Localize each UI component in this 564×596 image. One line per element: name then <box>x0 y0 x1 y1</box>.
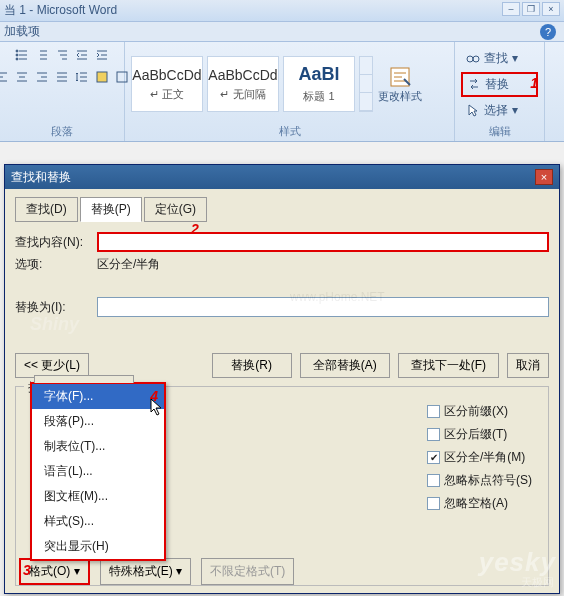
check-prefix[interactable]: 区分前缀(X) <box>427 403 532 420</box>
svg-rect-33 <box>97 72 107 82</box>
find-button[interactable]: 查找 ▾ <box>461 47 538 70</box>
tab-replace[interactable]: 替换(P) <box>80 197 142 222</box>
list-bullet-icon[interactable] <box>13 46 31 64</box>
dialog-close-button[interactable]: × <box>535 169 553 185</box>
annotation-3: 3 <box>23 562 31 578</box>
menu-connector <box>34 375 134 383</box>
restore-button[interactable]: ❐ <box>522 2 540 16</box>
menu-item-language[interactable]: 语言(L)... <box>32 459 164 484</box>
dialog-titlebar[interactable]: 查找和替换 × <box>5 165 559 189</box>
check-punct[interactable]: 忽略标点符号(S) <box>427 472 532 489</box>
style-heading1[interactable]: AaBl 标题 1 <box>283 56 355 112</box>
close-button[interactable]: × <box>542 2 560 16</box>
checkbox-column: 区分前缀(X) 区分后缀(T) ✔区分全/半角(M) 忽略标点符号(S) 忽略空… <box>427 403 532 512</box>
option-value: 区分全/半角 <box>97 256 160 273</box>
menu-item-highlight[interactable]: 突出显示(H) <box>32 534 164 559</box>
indent-increase-icon[interactable] <box>93 46 111 64</box>
menu-item-tabs[interactable]: 制表位(T)... <box>32 434 164 459</box>
cancel-button[interactable]: 取消 <box>507 353 549 378</box>
find-label: 查找内容(N): <box>15 234 91 251</box>
align-center-icon[interactable] <box>13 68 31 86</box>
minimize-button[interactable]: – <box>502 2 520 16</box>
menu-item-paragraph[interactable]: 段落(P)... <box>32 409 164 434</box>
dialog-tabs: 查找(D) 替换(P) 定位(G) <box>15 197 549 222</box>
cursor-icon <box>466 103 480 117</box>
svg-point-5 <box>16 58 18 60</box>
binoculars-icon <box>466 51 480 65</box>
check-space[interactable]: 忽略空格(A) <box>427 495 532 512</box>
help-icon[interactable]: ? <box>540 24 556 40</box>
replace-icon <box>467 77 481 91</box>
do-replace-button[interactable]: 替换(R) <box>212 353 292 378</box>
tab-find[interactable]: 查找(D) <box>15 197 78 222</box>
align-justify-icon[interactable] <box>53 68 71 86</box>
shading-icon[interactable] <box>93 68 111 86</box>
align-right-icon[interactable] <box>33 68 51 86</box>
menu-item-frame[interactable]: 图文框(M)... <box>32 484 164 509</box>
app-title: 当 1 - Microsoft Word <box>4 2 117 19</box>
list-multilevel-icon[interactable] <box>53 46 71 64</box>
style-nospacing[interactable]: AaBbCcDd ↵ 无间隔 <box>207 56 279 112</box>
annotation-2: 2 <box>191 221 199 237</box>
style-normal[interactable]: AaBbCcDd ↵ 正文 <box>131 56 203 112</box>
ribbon-group-editing: 查找 ▾ 替换 1 选择 ▾ 编辑 <box>455 42 545 141</box>
svg-point-36 <box>467 56 473 62</box>
menu-item-font[interactable]: 字体(F)... <box>32 384 164 409</box>
style-gallery-scroll[interactable] <box>359 56 373 112</box>
align-left-icon[interactable] <box>0 68 11 86</box>
app-title-bar: 当 1 - Microsoft Word – ❐ × <box>0 0 564 22</box>
replace-input[interactable] <box>97 297 549 317</box>
mouse-cursor-icon <box>150 398 166 418</box>
line-spacing-icon[interactable] <box>73 68 91 86</box>
svg-point-4 <box>16 54 18 56</box>
ribbon-group-styles: AaBbCcDd ↵ 正文 AaBbCcDd ↵ 无间隔 AaBl 标题 1 更… <box>125 42 455 141</box>
find-input[interactable] <box>97 232 549 252</box>
change-styles-icon <box>388 65 412 89</box>
menu-item-style[interactable]: 样式(S)... <box>32 509 164 534</box>
find-next-button[interactable]: 查找下一处(F) <box>398 353 499 378</box>
annotation-1: 1 <box>530 75 538 91</box>
check-suffix[interactable]: 区分后缀(T) <box>427 426 532 443</box>
select-button[interactable]: 选择 ▾ <box>461 99 538 122</box>
list-number-icon[interactable] <box>33 46 51 64</box>
indent-decrease-icon[interactable] <box>73 46 91 64</box>
special-format-button[interactable]: 特殊格式(E) ▾ <box>100 558 191 585</box>
ribbon-tab-addins[interactable]: 加载项 <box>4 23 40 40</box>
replace-label: 替换为(I): <box>15 299 91 316</box>
replace-all-button[interactable]: 全部替换(A) <box>300 353 390 378</box>
svg-point-37 <box>473 56 479 62</box>
no-format-button[interactable]: 不限定格式(T) <box>201 558 294 585</box>
group-label-paragraph: 段落 <box>6 122 118 139</box>
change-styles-button[interactable]: 更改样式 <box>377 56 423 112</box>
svg-point-3 <box>16 50 18 52</box>
group-label-styles: 样式 <box>131 122 448 139</box>
format-popup-menu: 字体(F)... 4 段落(P)... 制表位(T)... 语言(L)... 图… <box>30 382 166 561</box>
replace-button[interactable]: 替换 1 <box>461 72 538 97</box>
group-label-editing: 编辑 <box>461 122 538 139</box>
check-fullhalf[interactable]: ✔区分全/半角(M) <box>427 449 532 466</box>
ribbon-tab-bar: 加载项 ? <box>0 22 564 42</box>
option-label: 选项: <box>15 256 91 273</box>
format-button[interactable]: 3 格式(O) ▾ <box>19 558 90 585</box>
window-controls: – ❐ × <box>502 2 560 16</box>
ribbon: 段落 AaBbCcDd ↵ 正文 AaBbCcDd ↵ 无间隔 AaBl 标题 … <box>0 42 564 142</box>
ribbon-group-paragraph: 段落 <box>0 42 125 141</box>
tab-goto[interactable]: 定位(G) <box>144 197 207 222</box>
dialog-title: 查找和替换 <box>11 169 71 186</box>
